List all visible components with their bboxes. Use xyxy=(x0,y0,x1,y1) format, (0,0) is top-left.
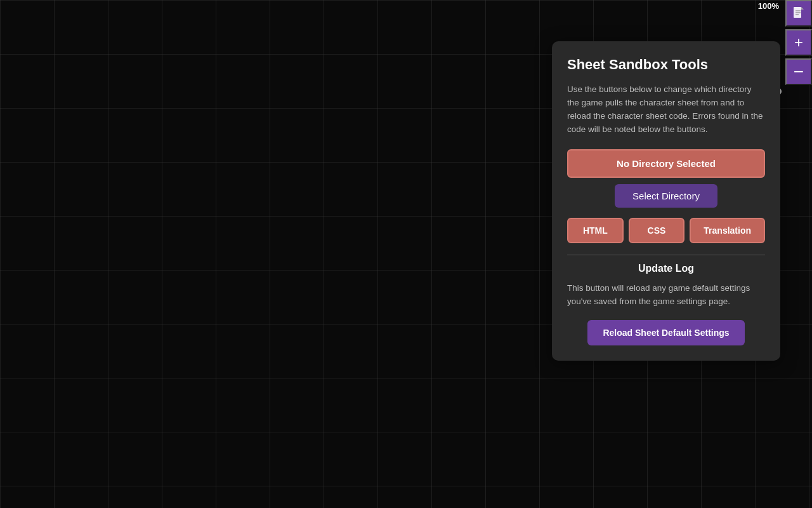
zoom-level: 100% xyxy=(758,1,779,11)
file-icon xyxy=(792,6,805,20)
divider xyxy=(567,255,765,255)
zoom-out-button[interactable]: − xyxy=(785,58,812,85)
svg-marker-1 xyxy=(801,7,804,10)
update-log-description: This button will reload any game default… xyxy=(567,282,765,309)
zoom-in-button[interactable]: + xyxy=(785,29,812,56)
css-button[interactable]: CSS xyxy=(629,218,685,243)
panel-title: Sheet Sandbox Tools xyxy=(567,57,765,73)
reload-sheet-button[interactable]: Reload Sheet Default Settings xyxy=(587,320,744,345)
file-button[interactable] xyxy=(785,0,812,27)
html-button[interactable]: HTML xyxy=(567,218,624,243)
no-directory-button[interactable]: No Directory Selected xyxy=(567,149,765,178)
translation-button[interactable]: Translation xyxy=(690,218,765,243)
sandbox-panel: Sheet Sandbox Tools Use the buttons belo… xyxy=(552,41,780,361)
update-log-title: Update Log xyxy=(567,263,765,274)
panel-description: Use the buttons below to change which di… xyxy=(567,83,765,137)
file-type-buttons: HTML CSS Translation xyxy=(567,218,765,243)
select-directory-button[interactable]: Select Directory xyxy=(615,184,717,208)
